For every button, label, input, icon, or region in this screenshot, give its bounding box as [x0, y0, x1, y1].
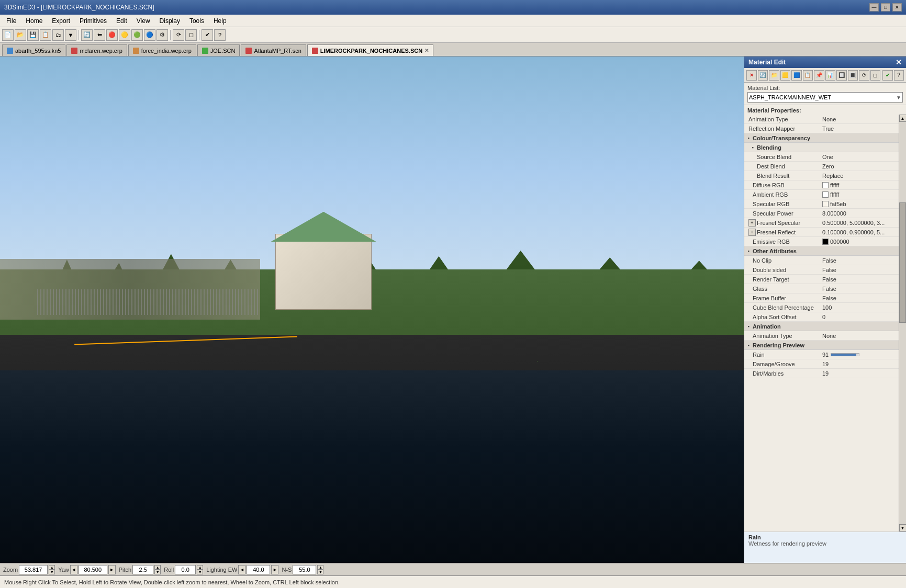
lighting-ew-right-button[interactable]: ► — [271, 565, 278, 574]
scroll-track[interactable] — [899, 122, 906, 524]
tb-new[interactable]: 📄 — [2, 29, 14, 41]
prop-specular-rgb[interactable]: Specular RGB faf5eb — [744, 199, 899, 209]
tb-btn11[interactable]: 🟢 — [131, 29, 143, 41]
prop-rain[interactable]: Rain 91 — [744, 350, 899, 359]
scroll-down-button[interactable]: ▼ — [899, 524, 907, 532]
prop-animation-type-bottom[interactable]: Animation Type None — [744, 331, 899, 341]
tb-btn7[interactable]: 🔄 — [81, 29, 93, 41]
maximize-button[interactable]: □ — [881, 3, 890, 12]
prop-ambient-rgb[interactable]: Ambient RGB ffffff — [744, 190, 899, 199]
zoom-input[interactable] — [19, 565, 48, 574]
prop-fresnel-reflect[interactable]: + Fresnel Reflect 0.100000, 0.900000, 5.… — [744, 228, 899, 237]
ns-input[interactable] — [293, 565, 316, 574]
expand-fresnel-specular-icon[interactable]: + — [748, 219, 756, 227]
tab-mclaren[interactable]: mclaren.wep.erp — [66, 44, 127, 56]
tb-btn13[interactable]: ⚙ — [156, 29, 168, 41]
section-colour-transparency[interactable]: ▪ Colour/Transparency — [744, 133, 899, 143]
tb-btn14[interactable]: ⟳ — [173, 29, 184, 41]
section-rendering-preview[interactable]: ▪ Rendering Preview — [744, 341, 899, 350]
tab-close-limerockpark[interactable]: ✕ — [424, 48, 429, 53]
menu-home[interactable]: Home — [21, 16, 47, 26]
prop-dest-blend[interactable]: Dest Blend Zero — [744, 162, 899, 171]
prop-blend-result[interactable]: Blend Result Replace — [744, 171, 899, 180]
scroll-thumb[interactable] — [899, 202, 906, 323]
roll-up-button[interactable]: ▲ — [197, 565, 203, 570]
panel-tb-btn7[interactable]: 📌 — [814, 70, 824, 81]
prop-fresnel-specular[interactable]: + Fresnel Specular 0.500000, 5.000000, 3… — [744, 218, 899, 228]
panel-tb-btn11[interactable]: ⟳ — [859, 70, 869, 81]
panel-tb-btn10[interactable]: 🔳 — [848, 70, 858, 81]
tab-atlanta[interactable]: AtlantaMP_RT.scn — [241, 44, 306, 56]
menu-primitives[interactable]: Primitives — [75, 16, 111, 26]
tab-limerockpark[interactable]: LIMEROCKPARK_NOCHICANES.SCN ✕ — [307, 44, 433, 56]
menu-help[interactable]: Help — [209, 16, 231, 26]
panel-close-button[interactable]: ✕ — [896, 58, 902, 66]
panel-tb-check[interactable]: ✔ — [882, 70, 893, 81]
tb-btn5[interactable]: 🗂 — [52, 29, 64, 41]
expand-fresnel-reflect-icon[interactable]: + — [748, 229, 756, 236]
close-button[interactable]: ✕ — [892, 3, 902, 12]
prop-cube-blend[interactable]: Cube Blend Percentage 100 — [744, 303, 899, 312]
tab-joe[interactable]: JOE.SCN — [197, 44, 240, 56]
minimize-button[interactable]: — — [869, 3, 879, 12]
panel-tb-question[interactable]: ? — [894, 70, 904, 81]
panel-tb-btn8[interactable]: 📊 — [825, 70, 836, 81]
tb-btn4[interactable]: 📋 — [40, 29, 51, 41]
prop-double-sided[interactable]: Double sided False — [744, 265, 899, 275]
yaw-right-button[interactable]: ► — [108, 565, 116, 574]
viewport[interactable] — [0, 56, 744, 563]
panel-tb-btn3[interactable]: 📁 — [769, 70, 779, 81]
prop-no-clip[interactable]: No Clip False — [744, 256, 899, 265]
tb-save[interactable]: 💾 — [27, 29, 39, 41]
prop-source-blend[interactable]: Source Blend One — [744, 152, 899, 162]
lighting-ew-input[interactable] — [247, 565, 270, 574]
prop-frame-buffer[interactable]: Frame Buffer False — [744, 293, 899, 303]
subsection-blending[interactable]: ▪ Blending — [744, 143, 899, 152]
prop-animation-type-top[interactable]: Animation Type None — [744, 115, 899, 124]
tb-open[interactable]: 📂 — [15, 29, 26, 41]
menu-tools[interactable]: Tools — [185, 16, 208, 26]
prop-dirt-marbles[interactable]: Dirt/Marbles 19 — [744, 369, 899, 378]
roll-down-button[interactable]: ▼ — [197, 570, 203, 574]
lighting-ew-left-button[interactable]: ◄ — [238, 565, 245, 574]
panel-tb-refresh[interactable]: 🔄 — [758, 70, 768, 81]
tb-btn9[interactable]: 🔴 — [106, 29, 118, 41]
tb-btn15[interactable]: ◻ — [185, 29, 197, 41]
prop-glass[interactable]: Glass False — [744, 284, 899, 293]
tab-forceindia[interactable]: force_india.wep.erp — [128, 44, 196, 56]
ns-up-button[interactable]: ▲ — [317, 565, 323, 570]
prop-diffuse-rgb[interactable]: Diffuse RGB ffffff — [744, 180, 899, 190]
ns-down-button[interactable]: ▼ — [317, 570, 323, 574]
panel-tb-close[interactable]: ✕ — [746, 70, 757, 81]
panel-tb-btn6[interactable]: 📋 — [803, 70, 813, 81]
pitch-input[interactable] — [132, 565, 153, 574]
panel-tb-btn5[interactable]: 🟦 — [791, 70, 802, 81]
section-animation[interactable]: ▪ Animation — [744, 322, 899, 331]
yaw-input[interactable] — [79, 565, 107, 574]
material-list-dropdown[interactable]: ASPH_TRACKMAINNEW_WET ▼ — [747, 92, 903, 103]
yaw-left-button[interactable]: ◄ — [70, 565, 77, 574]
roll-input[interactable] — [175, 565, 196, 574]
scroll-up-button[interactable]: ▲ — [899, 115, 907, 122]
menu-edit[interactable]: Edit — [112, 16, 131, 26]
tb-help[interactable]: ? — [214, 29, 226, 41]
prop-specular-power[interactable]: Specular Power 8.000000 — [744, 209, 899, 218]
panel-tb-btn9[interactable]: 🔲 — [836, 70, 847, 81]
prop-render-target[interactable]: Render Target False — [744, 275, 899, 284]
tb-dropdown-arrow[interactable]: ▼ — [65, 29, 76, 41]
tb-btn12[interactable]: 🔵 — [144, 29, 155, 41]
prop-damage-groove[interactable]: Damage/Groove 19 — [744, 359, 899, 369]
panel-tb-btn12[interactable]: ◻ — [870, 70, 881, 81]
prop-reflection-mapper[interactable]: Reflection Mapper True — [744, 124, 899, 133]
prop-alpha-sort-offset[interactable]: Alpha Sort Offset 0 — [744, 312, 899, 322]
tab-abarth[interactable]: abarth_595ss.kn5 — [2, 44, 65, 56]
pitch-down-button[interactable]: ▼ — [154, 570, 161, 574]
rain-slider[interactable] — [831, 353, 859, 356]
pitch-up-button[interactable]: ▲ — [154, 565, 161, 570]
tb-btn16[interactable]: ✔ — [202, 29, 213, 41]
menu-display[interactable]: Display — [155, 16, 184, 26]
panel-tb-btn4[interactable]: 🟨 — [780, 70, 791, 81]
menu-export[interactable]: Export — [48, 16, 74, 26]
menu-view[interactable]: View — [132, 16, 154, 26]
zoom-up-button[interactable]: ▲ — [49, 565, 55, 570]
